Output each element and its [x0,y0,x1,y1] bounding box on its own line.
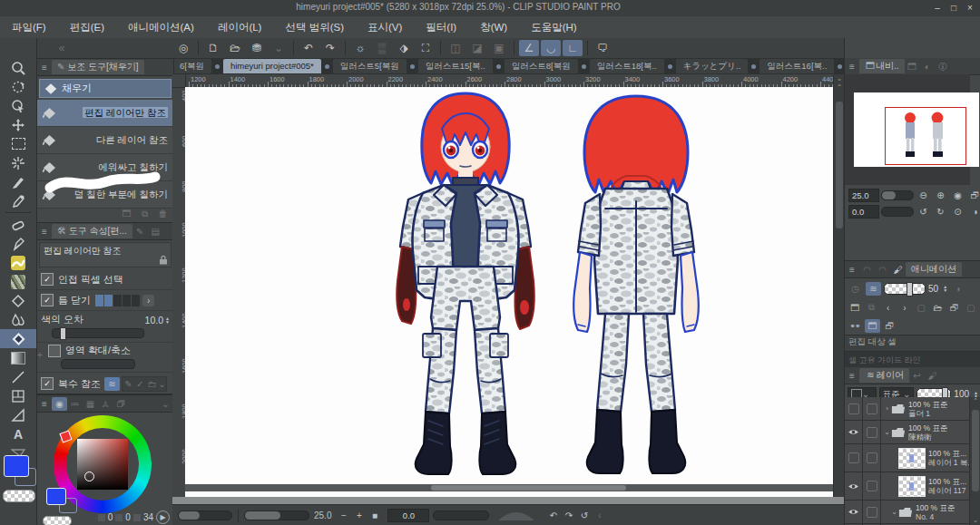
fill-tool-icon[interactable] [0,329,36,348]
layer-expand-arrow[interactable]: ⌄ [890,508,898,516]
layer-row[interactable]: 100 % 표...레이어 117 [845,472,970,501]
nib-pen-tool-icon[interactable] [0,234,36,253]
decoration-brush-tool-icon[interactable] [0,272,36,291]
animation-tab[interactable]: 애니메이션 [906,262,962,277]
subtool-item[interactable]: 덜 칠한 부분에 칠하기 [37,181,173,209]
status-rotation-slider[interactable] [433,510,489,520]
canvas-horizontal-scrollbar[interactable] [185,484,833,491]
status-redo-icon[interactable]: ↷ [561,509,576,522]
subtool-item[interactable]: 다른 레이어 참조 [37,127,173,154]
toolprop-tab3-icon[interactable]: ▤ [148,225,163,238]
layer-row[interactable]: ⌄100 % 표준陳精衛 [845,421,970,444]
auto-select-tool-icon[interactable] [0,153,36,172]
layer-list-scrollbar[interactable]: ⌃ ⌄ [969,397,980,525]
area-scaling-slider[interactable] [61,359,135,369]
layer-visible-eye-icon[interactable] [845,501,863,523]
menu-item[interactable]: 파일(F) [0,16,58,38]
close-gap-checkbox[interactable]: ✓ [41,294,54,306]
figure-tool-icon[interactable] [0,367,36,386]
refer-pen-icon[interactable]: ✎ [122,377,134,391]
color-expand-icon[interactable]: ▶ [156,510,170,524]
status-rotation-value[interactable]: 0.0 [387,509,429,522]
save-dropdown-icon[interactable]: ⌄ [269,40,289,56]
nav-zoom-reset-icon[interactable]: ◉ [950,189,965,202]
cel-lock-icon[interactable]: ⧉ [864,301,878,315]
color-margin-slider[interactable] [52,328,144,338]
layer-menu-icon[interactable]: ≡ [845,371,859,381]
pen-tool-icon[interactable] [0,172,36,191]
document-tab[interactable]: 일러스트16[복.. [760,59,834,73]
color-margin-value[interactable]: 10.0 [145,315,163,326]
selection-clear-icon[interactable]: ▣ [489,40,509,56]
toolprop-menu-icon[interactable]: ≡ [37,227,52,237]
text-tool-icon[interactable]: A [0,424,36,443]
deselect-icon[interactable]: ☼ [350,40,370,56]
ruler-tool-icon[interactable] [0,405,36,424]
anim-track-tab-icon[interactable]: ◠ [875,263,890,277]
layer-checkbox[interactable] [863,421,881,443]
eyedropper-tool-icon[interactable] [0,191,36,210]
nav-fit-icon[interactable]: 🗗 [967,189,980,202]
marquee-tool-icon[interactable] [0,134,36,153]
eraser2-tool-icon[interactable] [0,291,36,310]
subtool-group-fill[interactable]: 채우기 [39,79,172,98]
onion-timer-icon[interactable]: ◷ [848,282,863,296]
layer-row[interactable]: ⌄100 % 표준No. 4 [845,501,970,524]
nav-zoom-value[interactable]: 25.0 [848,189,879,202]
layer-property-tab-icon[interactable]: ↩ [909,369,925,383]
nav-rotate-value[interactable]: 0.0 [848,205,879,219]
nav-rotate-cw-icon[interactable]: ↻ [933,205,948,219]
saturation-value-square[interactable] [77,439,128,490]
nav-zoom-out-icon[interactable]: ⊖ [916,189,931,202]
wheel-fg-swatch[interactable] [46,488,66,505]
copy-subtool-icon[interactable]: ⧉ [137,207,152,220]
nav-rotate-ccw-icon[interactable]: ↺ [916,205,931,219]
multi-refer-checkbox[interactable]: ✓ [41,377,54,390]
document-tab[interactable]: 6[복원 [172,59,211,73]
crop-icon[interactable]: ⛶ [416,40,436,56]
reselect-icon[interactable]: ▒ [372,40,392,56]
snap-ruler-icon[interactable]: ∠ [519,40,539,56]
zoom-in-icon[interactable]: + [351,509,367,522]
minimize-button[interactable]: – [929,2,946,15]
add-cel-icon[interactable]: ▢ [914,301,928,315]
transparent-color-swatch[interactable] [3,490,35,502]
onion-color-icon[interactable]: ◑ [950,282,965,296]
collapse-left-icon[interactable]: « [52,40,72,56]
menu-item[interactable]: 창(W) [468,16,519,38]
layer-thumbnail[interactable] [898,448,926,469]
cel-copy-icon[interactable]: 🗗 [947,301,962,315]
color-wheel-tab-icon[interactable]: ◉ [52,397,67,411]
layer-hidden-eye[interactable] [845,397,863,420]
status-pill-left[interactable] [178,510,232,520]
zoom-fit-icon[interactable]: ■ [367,509,382,522]
new-cel-icon[interactable]: 🗔 [848,301,862,315]
layer-checkbox[interactable] [863,397,881,420]
menu-item[interactable]: 도움말(H) [519,16,588,38]
cel-delete-icon[interactable]: ▢ [964,301,978,315]
color-set-tab-icon[interactable]: ▦ [83,397,98,411]
navigator-tab[interactable]: 🗔내비.. [859,59,905,73]
close-button[interactable]: × [962,2,978,15]
nav-zoom-in-icon[interactable]: ⊕ [933,189,948,202]
lock-icon[interactable] [159,255,168,265]
layer-row[interactable]: ›100 % 표준폴더 1 [845,397,970,421]
area-scaling-expand-icon[interactable]: + [35,348,44,362]
delete-subtool-icon[interactable]: 🗑 [155,207,171,220]
nav-rotate-slider[interactable] [881,207,914,217]
status-zoom-slider[interactable] [244,510,309,520]
gradient-tool-icon[interactable] [0,348,36,367]
anim-cels-tab-icon[interactable]: ◠ [859,263,875,277]
zoom-tool-icon[interactable] [0,58,36,77]
refer-folder-icon[interactable]: 🗀 [146,377,158,391]
toolprop-tab2-icon[interactable]: ✎ [132,225,148,238]
nav-zoom-slider[interactable] [881,190,914,200]
document-tab[interactable]: 일러스트8[복원 [505,59,578,73]
onion-range-slider[interactable] [884,283,926,295]
layer-thumbnail[interactable] [898,476,926,497]
open-file-icon[interactable]: 🗁 [225,40,245,56]
foreground-color-swatch[interactable] [4,455,29,477]
navigator-thumbnail[interactable] [854,92,979,167]
subtool-item[interactable]: 편집 레이어만 참조 [37,100,173,127]
status-undo-icon[interactable]: ↶ [545,509,561,522]
